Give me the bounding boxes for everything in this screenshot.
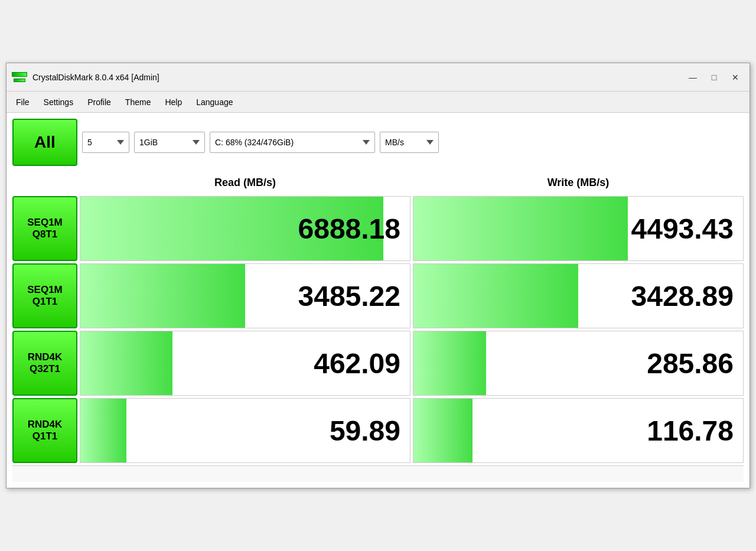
- read-result-rnd4k-q1t1: 59.89: [80, 398, 410, 463]
- write-result-rnd4k-q32t1: 285.86: [413, 331, 744, 396]
- menu-profile[interactable]: Profile: [80, 95, 118, 109]
- read-header: Read (MB/s): [80, 172, 410, 194]
- grid-spacer: [12, 172, 77, 194]
- window-controls: — □ ✕: [683, 69, 745, 86]
- write-result-rnd4k-q1t1: 116.78: [413, 398, 744, 463]
- write-value-seq1m-q8t1: 4493.43: [631, 213, 734, 245]
- status-bar: [12, 465, 744, 482]
- write-value-rnd4k-q1t1: 116.78: [647, 415, 734, 447]
- write-header: Write (MB/s): [413, 172, 744, 194]
- row-label-seq1m-q8t1[interactable]: SEQ1M Q8T1: [12, 196, 77, 261]
- app-title: CrystalDiskMark 8.0.4 x64 [Admin]: [32, 73, 683, 82]
- read-value-seq1m-q8t1: 6888.18: [298, 213, 400, 245]
- titlebar: CrystalDiskMark 8.0.4 x64 [Admin] — □ ✕: [6, 63, 750, 92]
- read-bar-seq1m-q1t1: [80, 264, 245, 328]
- results-grid: Read (MB/s) Write (MB/s) SEQ1M Q8T1 6888…: [12, 172, 744, 463]
- menu-theme[interactable]: Theme: [118, 95, 158, 109]
- menu-help[interactable]: Help: [158, 95, 189, 109]
- unit-select[interactable]: MB/s GB/s IOPS μs: [380, 132, 439, 153]
- menu-settings[interactable]: Settings: [37, 95, 81, 109]
- drive-select[interactable]: C: 68% (324/476GiB): [210, 132, 375, 153]
- close-button[interactable]: ✕: [726, 69, 745, 86]
- write-bar-rnd4k-q32t1: [413, 331, 486, 395]
- minimize-button[interactable]: —: [683, 69, 702, 86]
- read-value-rnd4k-q32t1: 462.09: [314, 347, 400, 380]
- app-window: CrystalDiskMark 8.0.4 x64 [Admin] — □ ✕ …: [6, 63, 750, 488]
- read-bar-rnd4k-q32t1: [80, 331, 172, 395]
- count-select[interactable]: 5 1 3 9: [82, 132, 129, 153]
- row-label-rnd4k-q32t1[interactable]: RND4K Q32T1: [12, 331, 77, 396]
- read-result-seq1m-q8t1: 6888.18: [80, 196, 410, 261]
- write-bar-seq1m-q8t1: [413, 197, 628, 260]
- read-result-seq1m-q1t1: 3485.22: [80, 263, 410, 328]
- write-result-seq1m-q1t1: 3428.89: [413, 263, 744, 328]
- all-button[interactable]: All: [12, 119, 77, 166]
- write-result-seq1m-q8t1: 4493.43: [413, 196, 744, 261]
- read-bar-rnd4k-q1t1: [80, 399, 126, 462]
- row-label-seq1m-q1t1[interactable]: SEQ1M Q1T1: [12, 263, 77, 328]
- row-label-rnd4k-q1t1[interactable]: RND4K Q1T1: [12, 398, 77, 463]
- read-value-rnd4k-q1t1: 59.89: [330, 415, 400, 447]
- main-content: All 5 1 3 9 1GiB 512MiB 2GiB 4GiB C: 68%…: [6, 113, 750, 488]
- write-value-rnd4k-q32t1: 285.86: [647, 347, 734, 380]
- write-bar-seq1m-q1t1: [413, 264, 578, 328]
- app-icon: [11, 70, 28, 84]
- write-value-seq1m-q1t1: 3428.89: [631, 280, 734, 312]
- menubar: File Settings Profile Theme Help Languag…: [6, 92, 750, 113]
- write-bar-rnd4k-q1t1: [413, 399, 472, 462]
- menu-language[interactable]: Language: [189, 95, 240, 109]
- toolbar: All 5 1 3 9 1GiB 512MiB 2GiB 4GiB C: 68%…: [12, 119, 744, 166]
- read-value-seq1m-q1t1: 3485.22: [298, 280, 400, 312]
- menu-file[interactable]: File: [9, 95, 37, 109]
- size-select[interactable]: 1GiB 512MiB 2GiB 4GiB: [134, 132, 205, 153]
- read-result-rnd4k-q32t1: 462.09: [80, 331, 410, 396]
- maximize-button[interactable]: □: [705, 69, 724, 86]
